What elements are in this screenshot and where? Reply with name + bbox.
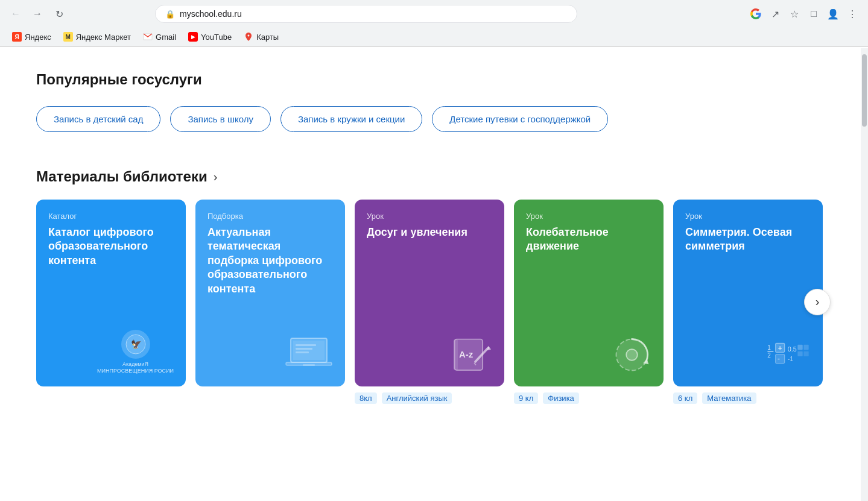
google-icon[interactable] [747,5,764,22]
svg-marker-13 [487,346,492,350]
scrollbar[interactable] [861,48,868,440]
back-button[interactable]: ← [7,5,24,22]
card-leisure-icon-area: A-z [367,332,492,374]
academy-text: АкадемиЯМИНПРОСВЕЩЕНИЯ РОСИИ [97,361,174,374]
card-symmetry-subject[interactable]: Математика [702,392,756,404]
svg-rect-5 [296,348,312,350]
math-icon: 1 2 + - 0.5 [765,335,811,374]
card-oscillation[interactable]: Урок Колебательное движение [514,200,664,386]
cards-outer: Каталог Каталог цифрового образовательно… [36,200,825,404]
library-title: Материалы библиотеки [36,168,207,185]
card-symmetry-title: Симметрия. Осевая симметрия [685,225,811,254]
card-leisure-tags: 8кл Английский язык [355,392,504,404]
tab-view-icon[interactable]: □ [805,5,822,22]
service-buttons-container: Запись в детский сад Запись в школу Запи… [36,106,825,132]
svg-text:-: - [778,354,780,362]
svg-text:+: + [778,344,782,351]
science-icon [612,335,651,374]
card-collection[interactable]: Подборка Актуальная тематическая подборк… [195,200,345,386]
bookmark-maps-label: Карты [256,33,279,42]
bookmark-yandex-market-label: Яндекс Маркет [76,33,131,42]
browser-toolbar: ← → ↻ 🔒 myschool.edu.ru ↗ ☆ □ 👤 ⋮ [0,0,868,28]
svg-rect-4 [296,344,316,346]
profile-icon[interactable]: 👤 [825,5,841,22]
cards-next-button[interactable]: › [804,289,831,315]
card-symmetry-grade[interactable]: 6 кл [673,392,697,404]
service-btn-kindergarten[interactable]: Запись в детский сад [36,106,160,132]
service-btn-school[interactable]: Запись в школу [170,106,271,132]
svg-text:A-z: A-z [459,349,474,359]
svg-rect-10 [454,339,458,370]
reload-button[interactable]: ↻ [51,5,68,22]
cards-container: Каталог Каталог цифрового образовательно… [36,200,825,404]
address-bar[interactable]: 🔒 myschool.edu.ru [155,5,577,23]
card-leisure-title: Досуг и увлечения [367,225,492,239]
yandex-favicon: Я [12,32,22,42]
academy-logo: 🦅 АкадемиЯМИНПРОСВЕЩЕНИЯ РОСИИ [97,330,174,374]
bookmark-gmail-label: Gmail [156,33,176,42]
maps-favicon [244,32,253,42]
yandex-market-favicon: М [63,32,73,42]
svg-rect-3 [293,341,325,360]
popular-services-title: Популярные госуслуги [36,71,825,88]
card-oscillation-title: Колебательное движение [526,225,651,254]
url-text: myschool.edu.ru [180,9,567,19]
bookmark-maps[interactable]: Карты [239,30,284,43]
card-leisure-badge: Урок [367,212,492,221]
scrollbar-thumb[interactable] [862,54,867,127]
service-btn-vouchers[interactable]: Детские путевки с господдержкой [432,106,608,132]
svg-text:🦅: 🦅 [130,339,141,350]
gmail-favicon [143,32,153,42]
library-header: Материалы библиотеки › [36,168,825,185]
card-collection-icon-area [207,335,333,374]
card-leisure-grade[interactable]: 8кл [355,392,377,404]
service-btn-clubs[interactable]: Запись в кружки и секции [280,106,422,132]
bookmarks-bar: Я Яндекс М Яндекс Маркет Gmail ▶ YouTube [0,28,868,46]
svg-text:1: 1 [767,344,771,351]
card-catalog-badge: Каталог [48,212,174,221]
browser-toolbar-icons: ↗ ☆ □ 👤 ⋮ [747,5,861,22]
card-collection-badge: Подборка [207,212,333,221]
bookmark-yandex[interactable]: Я Яндекс [7,30,56,43]
page-content: Популярные госуслуги Запись в детский са… [0,47,861,440]
forward-button[interactable]: → [29,5,46,22]
card-symmetry-icon-area: 1 2 + - 0.5 [685,335,811,374]
svg-rect-30 [803,351,808,356]
bookmark-gmail[interactable]: Gmail [138,30,181,43]
card-symmetry[interactable]: Урок Симметрия. Осевая симметрия 1 2 [673,200,823,386]
card-leisure-subject[interactable]: Английский язык [382,392,452,404]
card-catalog-icon-area: 🦅 АкадемиЯМИНПРОСВЕЩЕНИЯ РОСИИ [48,330,174,374]
youtube-favicon: ▶ [188,32,198,42]
card-catalog[interactable]: Каталог Каталог цифрового образовательно… [36,200,186,386]
card-symmetry-badge: Урок [685,212,811,221]
bookmark-youtube-label: YouTube [201,33,232,42]
library-section: Материалы библиотеки › Каталог Каталог ц… [36,168,825,404]
popular-services-section: Популярные госуслуги Запись в детский са… [36,71,825,132]
academy-emblem: 🦅 [121,330,150,359]
share-icon[interactable]: ↗ [767,5,784,22]
bookmark-yandex-market[interactable]: М Яндекс Маркет [59,30,136,43]
svg-rect-27 [797,345,802,350]
card-wrapper-oscillation: Урок Колебательное движение [514,200,664,404]
card-collection-title: Актуальная тематическая подборка цифрово… [207,225,333,296]
card-oscillation-subject[interactable]: Физика [543,392,579,404]
menu-icon[interactable]: ⋮ [844,5,861,22]
card-leisure[interactable]: Урок Досуг и увлечения A-z [355,200,504,386]
svg-rect-23 [776,354,785,364]
svg-rect-28 [803,345,808,350]
svg-rect-8 [303,364,315,366]
card-wrapper-catalog: Каталог Каталог цифрового образовательно… [36,200,186,404]
lock-icon: 🔒 [165,10,175,19]
library-arrow[interactable]: › [214,170,218,184]
card-oscillation-icon-area [526,335,651,374]
card-oscillation-tags: 9 кл Физика [514,392,664,404]
dictionary-icon: A-z [450,332,492,374]
card-oscillation-grade[interactable]: 9 кл [514,392,538,404]
bookmark-youtube[interactable]: ▶ YouTube [183,30,236,43]
card-symmetry-tags: 6 кл Математика [673,392,823,404]
card-oscillation-badge: Урок [526,212,651,221]
card-wrapper-collection: Подборка Актуальная тематическая подборк… [195,200,345,404]
card-wrapper-symmetry: Урок Симметрия. Осевая симметрия 1 2 [673,200,823,404]
bookmark-star-icon[interactable]: ☆ [786,5,803,22]
card-wrapper-leisure: Урок Досуг и увлечения A-z [355,200,504,404]
